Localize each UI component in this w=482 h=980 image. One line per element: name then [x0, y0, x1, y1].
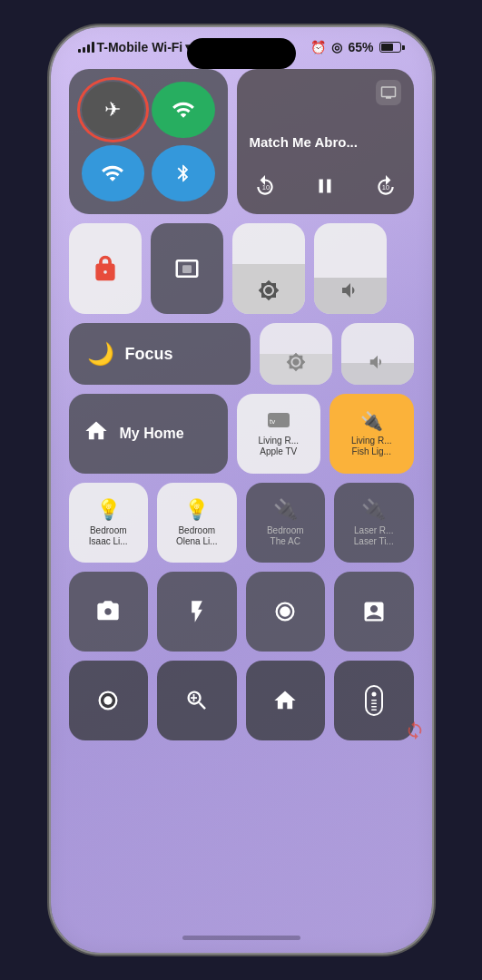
screen-mirror-button[interactable]	[151, 223, 223, 314]
svg-rect-12	[371, 700, 377, 701]
airplane-mode-button[interactable]: ✈	[82, 82, 145, 138]
svg-point-7	[104, 696, 113, 704]
plug-icon: 🔌	[360, 410, 383, 432]
volume-icon	[339, 279, 361, 307]
battery-percent: 65%	[348, 40, 373, 54]
volume-slider-2[interactable]	[341, 323, 414, 385]
row-smart-home: 💡 BedroomIsaac Li... 💡 BedroomOlena Li..…	[69, 483, 414, 563]
alarm-icon: ⏰	[310, 40, 326, 54]
bedroom-isaac-tile[interactable]: 💡 BedroomIsaac Li...	[69, 483, 149, 563]
signal-bar-1	[78, 49, 81, 53]
media-app-icon	[376, 80, 401, 105]
svg-rect-14	[371, 706, 377, 708]
voice-memo-button[interactable]	[69, 661, 149, 740]
control-center: ✈	[51, 62, 432, 750]
battery-body	[379, 42, 401, 53]
appletv-label: Living R...Apple TV	[259, 436, 299, 457]
media-controls: 10 10	[250, 174, 401, 203]
svg-rect-15	[371, 710, 377, 711]
laser-label: Laser R...Laser Ti...	[354, 525, 394, 547]
fish-light-label: Living R...Fish Lig...	[351, 436, 391, 457]
bulb-icon-1: 💡	[96, 498, 121, 522]
forward-button[interactable]: 10	[374, 174, 398, 203]
home-indicator	[182, 936, 300, 940]
home-label: My Home	[120, 426, 184, 442]
calculator-button[interactable]	[334, 572, 414, 652]
svg-rect-2	[182, 265, 192, 273]
signal-bars	[78, 42, 94, 53]
row-connectivity-media: ✈	[69, 69, 414, 214]
media-block: Match Me Abro... 10	[237, 69, 414, 214]
brightness-slider[interactable]	[232, 223, 305, 314]
bedroom-isaac-label: BedroomIsaac Li...	[89, 525, 128, 547]
row-focus: 🌙 Focus	[69, 323, 414, 385]
brightness-slider-2[interactable]	[260, 323, 332, 385]
battery-fill	[381, 44, 393, 51]
screen-lock-button[interactable]	[69, 223, 142, 314]
bluetooth-button[interactable]	[152, 145, 215, 201]
row-home-tiles: My Home tv Living R...Apple TV 🔌 Living …	[69, 394, 414, 474]
rewind-button[interactable]: 10	[253, 174, 277, 203]
focus-button[interactable]: 🌙 Focus	[69, 323, 251, 385]
status-left: T-Mobile Wi-Fi ▾	[78, 40, 192, 54]
pause-button[interactable]	[313, 174, 337, 203]
row-bottom	[69, 661, 414, 740]
moon-icon: 🌙	[87, 341, 114, 367]
status-right: ⏰ ◎ 65%	[310, 40, 404, 54]
bulb-icon-2: 💡	[184, 498, 209, 522]
bedroom-ac-tile[interactable]: 🔌 BedroomThe AC	[246, 483, 326, 563]
svg-text:10: 10	[261, 183, 269, 191]
screen-record-button[interactable]	[246, 572, 326, 652]
svg-point-11	[371, 692, 376, 697]
bedroom-olena-label: BedroomOlena Li...	[176, 525, 218, 547]
battery-icon	[379, 42, 405, 53]
appletv-icon: tv	[268, 411, 290, 432]
bedroom-olena-tile[interactable]: 💡 BedroomOlena Li...	[157, 483, 237, 563]
location-icon: ◎	[331, 40, 342, 54]
brightness-icon	[258, 279, 280, 307]
focus-label: Focus	[125, 345, 173, 364]
wifi-button[interactable]	[82, 145, 145, 201]
laser-tile[interactable]: 🔌 Laser R...Laser Ti...	[334, 483, 414, 563]
signal-bar-4	[92, 42, 94, 53]
row-utilities	[69, 572, 414, 652]
media-title: Match Me Abro...	[250, 134, 401, 150]
volume-slider[interactable]	[314, 223, 387, 314]
battery-tip	[402, 45, 405, 50]
bedroom-ac-label: BedroomThe AC	[267, 525, 304, 547]
cellular-button[interactable]	[152, 82, 215, 138]
plug-icon-3: 🔌	[361, 498, 386, 522]
media-top	[250, 80, 401, 105]
svg-point-5	[280, 606, 290, 617]
apple-tv-tile[interactable]: tv Living R...Apple TV	[237, 394, 321, 474]
remote-button[interactable]	[334, 661, 414, 740]
home-app-button[interactable]	[246, 661, 326, 740]
fish-light-tile[interactable]: 🔌 Living R...Fish Lig...	[330, 394, 414, 474]
signal-bar-3	[87, 44, 90, 53]
plug-icon-2: 🔌	[273, 498, 298, 522]
svg-text:10: 10	[381, 183, 389, 191]
search-button[interactable]	[157, 661, 237, 740]
sun-icon	[286, 352, 306, 377]
signal-bar-2	[83, 47, 85, 53]
my-home-button[interactable]: My Home	[69, 394, 228, 474]
carrier-label: T-Mobile Wi-Fi	[97, 40, 183, 54]
svg-text:tv: tv	[270, 417, 275, 426]
connectivity-block: ✈	[69, 69, 228, 214]
volume-icon-2	[368, 352, 388, 377]
house-icon	[84, 418, 109, 450]
flashlight-button[interactable]	[157, 572, 237, 652]
phone-frame: T-Mobile Wi-Fi ▾ ⏰ ◎ 65% ✈	[51, 27, 432, 953]
row-controls	[69, 223, 414, 314]
svg-rect-13	[371, 703, 377, 705]
camera-button[interactable]	[69, 572, 149, 652]
dynamic-island	[187, 38, 296, 69]
